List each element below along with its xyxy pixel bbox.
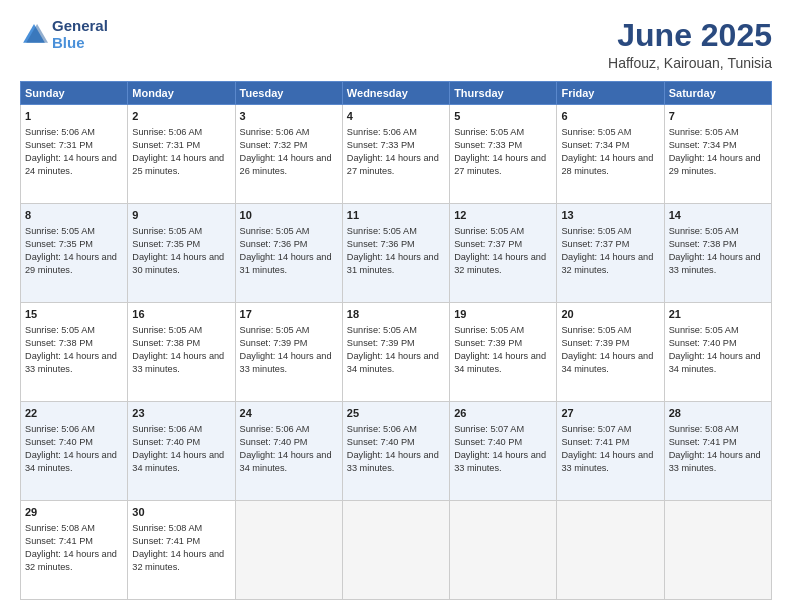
day-cell: 9Sunrise: 5:05 AMSunset: 7:35 PMDaylight… [128,204,235,303]
day-info: Sunrise: 5:05 AMSunset: 7:39 PMDaylight:… [561,324,659,376]
day-cell: 1Sunrise: 5:06 AMSunset: 7:31 PMDaylight… [21,105,128,204]
header-friday: Friday [557,82,664,105]
day-number: 2 [132,109,230,125]
day-cell: 16Sunrise: 5:05 AMSunset: 7:38 PMDayligh… [128,303,235,402]
day-cell: 14Sunrise: 5:05 AMSunset: 7:38 PMDayligh… [664,204,771,303]
header-thursday: Thursday [450,82,557,105]
calendar-row: 15Sunrise: 5:05 AMSunset: 7:38 PMDayligh… [21,303,772,402]
day-cell: 18Sunrise: 5:05 AMSunset: 7:39 PMDayligh… [342,303,449,402]
day-info: Sunrise: 5:06 AMSunset: 7:40 PMDaylight:… [25,423,123,475]
day-cell: 2Sunrise: 5:06 AMSunset: 7:31 PMDaylight… [128,105,235,204]
day-cell: 3Sunrise: 5:06 AMSunset: 7:32 PMDaylight… [235,105,342,204]
day-number: 3 [240,109,338,125]
day-number: 7 [669,109,767,125]
day-number: 12 [454,208,552,224]
day-info: Sunrise: 5:06 AMSunset: 7:31 PMDaylight:… [132,126,230,178]
day-info: Sunrise: 5:06 AMSunset: 7:31 PMDaylight:… [25,126,123,178]
day-cell: 30Sunrise: 5:08 AMSunset: 7:41 PMDayligh… [128,501,235,600]
day-cell: 10Sunrise: 5:05 AMSunset: 7:36 PMDayligh… [235,204,342,303]
day-cell: 6Sunrise: 5:05 AMSunset: 7:34 PMDaylight… [557,105,664,204]
header-tuesday: Tuesday [235,82,342,105]
day-cell: 12Sunrise: 5:05 AMSunset: 7:37 PMDayligh… [450,204,557,303]
calendar-row: 22Sunrise: 5:06 AMSunset: 7:40 PMDayligh… [21,402,772,501]
page: General Blue June 2025 Haffouz, Kairouan… [0,0,792,612]
day-cell: 25Sunrise: 5:06 AMSunset: 7:40 PMDayligh… [342,402,449,501]
day-info: Sunrise: 5:05 AMSunset: 7:39 PMDaylight:… [240,324,338,376]
day-info: Sunrise: 5:06 AMSunset: 7:33 PMDaylight:… [347,126,445,178]
day-cell: 29Sunrise: 5:08 AMSunset: 7:41 PMDayligh… [21,501,128,600]
day-number: 10 [240,208,338,224]
day-number: 1 [25,109,123,125]
day-number: 29 [25,505,123,521]
day-info: Sunrise: 5:08 AMSunset: 7:41 PMDaylight:… [669,423,767,475]
day-info: Sunrise: 5:05 AMSunset: 7:38 PMDaylight:… [25,324,123,376]
day-info: Sunrise: 5:05 AMSunset: 7:36 PMDaylight:… [347,225,445,277]
day-info: Sunrise: 5:05 AMSunset: 7:40 PMDaylight:… [669,324,767,376]
day-info: Sunrise: 5:05 AMSunset: 7:36 PMDaylight:… [240,225,338,277]
day-cell: 26Sunrise: 5:07 AMSunset: 7:40 PMDayligh… [450,402,557,501]
day-cell [342,501,449,600]
day-cell [450,501,557,600]
weekday-header-row: Sunday Monday Tuesday Wednesday Thursday… [21,82,772,105]
day-info: Sunrise: 5:05 AMSunset: 7:38 PMDaylight:… [669,225,767,277]
day-number: 9 [132,208,230,224]
day-cell: 19Sunrise: 5:05 AMSunset: 7:39 PMDayligh… [450,303,557,402]
calendar-row: 8Sunrise: 5:05 AMSunset: 7:35 PMDaylight… [21,204,772,303]
day-info: Sunrise: 5:05 AMSunset: 7:34 PMDaylight:… [561,126,659,178]
day-info: Sunrise: 5:06 AMSunset: 7:32 PMDaylight:… [240,126,338,178]
day-number: 13 [561,208,659,224]
header-sunday: Sunday [21,82,128,105]
day-info: Sunrise: 5:05 AMSunset: 7:39 PMDaylight:… [454,324,552,376]
day-number: 30 [132,505,230,521]
day-cell: 13Sunrise: 5:05 AMSunset: 7:37 PMDayligh… [557,204,664,303]
day-info: Sunrise: 5:05 AMSunset: 7:38 PMDaylight:… [132,324,230,376]
day-info: Sunrise: 5:08 AMSunset: 7:41 PMDaylight:… [132,522,230,574]
header: General Blue June 2025 Haffouz, Kairouan… [20,18,772,71]
day-cell: 27Sunrise: 5:07 AMSunset: 7:41 PMDayligh… [557,402,664,501]
day-info: Sunrise: 5:07 AMSunset: 7:41 PMDaylight:… [561,423,659,475]
day-info: Sunrise: 5:06 AMSunset: 7:40 PMDaylight:… [347,423,445,475]
day-number: 14 [669,208,767,224]
day-number: 19 [454,307,552,323]
day-info: Sunrise: 5:06 AMSunset: 7:40 PMDaylight:… [132,423,230,475]
day-info: Sunrise: 5:05 AMSunset: 7:37 PMDaylight:… [561,225,659,277]
title-block: June 2025 Haffouz, Kairouan, Tunisia [608,18,772,71]
day-info: Sunrise: 5:07 AMSunset: 7:40 PMDaylight:… [454,423,552,475]
day-cell: 22Sunrise: 5:06 AMSunset: 7:40 PMDayligh… [21,402,128,501]
day-number: 24 [240,406,338,422]
day-number: 8 [25,208,123,224]
day-number: 22 [25,406,123,422]
day-number: 11 [347,208,445,224]
day-number: 4 [347,109,445,125]
day-info: Sunrise: 5:05 AMSunset: 7:35 PMDaylight:… [132,225,230,277]
header-monday: Monday [128,82,235,105]
day-number: 18 [347,307,445,323]
day-number: 23 [132,406,230,422]
logo-icon [20,21,48,49]
logo-text: General Blue [52,18,108,51]
day-info: Sunrise: 5:06 AMSunset: 7:40 PMDaylight:… [240,423,338,475]
header-wednesday: Wednesday [342,82,449,105]
day-cell [557,501,664,600]
day-info: Sunrise: 5:05 AMSunset: 7:34 PMDaylight:… [669,126,767,178]
day-cell: 15Sunrise: 5:05 AMSunset: 7:38 PMDayligh… [21,303,128,402]
day-number: 17 [240,307,338,323]
day-number: 15 [25,307,123,323]
day-info: Sunrise: 5:05 AMSunset: 7:39 PMDaylight:… [347,324,445,376]
day-info: Sunrise: 5:05 AMSunset: 7:35 PMDaylight:… [25,225,123,277]
day-cell: 28Sunrise: 5:08 AMSunset: 7:41 PMDayligh… [664,402,771,501]
header-saturday: Saturday [664,82,771,105]
day-number: 16 [132,307,230,323]
month-title: June 2025 [608,18,772,53]
location: Haffouz, Kairouan, Tunisia [608,55,772,71]
day-cell: 7Sunrise: 5:05 AMSunset: 7:34 PMDaylight… [664,105,771,204]
day-cell: 4Sunrise: 5:06 AMSunset: 7:33 PMDaylight… [342,105,449,204]
day-cell: 23Sunrise: 5:06 AMSunset: 7:40 PMDayligh… [128,402,235,501]
day-cell: 8Sunrise: 5:05 AMSunset: 7:35 PMDaylight… [21,204,128,303]
day-cell [235,501,342,600]
day-number: 6 [561,109,659,125]
day-number: 20 [561,307,659,323]
logo: General Blue [20,18,108,51]
day-cell: 21Sunrise: 5:05 AMSunset: 7:40 PMDayligh… [664,303,771,402]
day-cell: 11Sunrise: 5:05 AMSunset: 7:36 PMDayligh… [342,204,449,303]
